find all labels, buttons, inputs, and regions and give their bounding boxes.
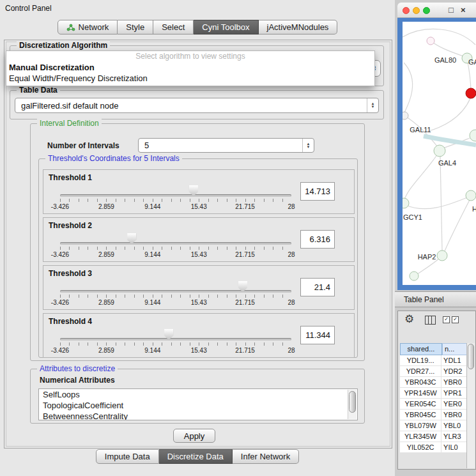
- threshold-2-slider[interactable]: -3.426 2.859 9.144 15.43 21.715 28: [60, 231, 291, 260]
- float-panel-icon[interactable]: □: [449, 5, 454, 15]
- table-data-select[interactable]: galFiltered.sif default node ▲▼: [15, 98, 379, 113]
- table-row[interactable]: YER054C YER0: [400, 399, 468, 410]
- node-gal4[interactable]: [434, 145, 445, 157]
- threshold-3-value-input[interactable]: [300, 278, 335, 296]
- threshold-2-panel: Threshold 2 -3.426 2.859 9.144 15.43 21.…: [43, 217, 355, 262]
- gear-icon[interactable]: ⚙: [404, 312, 414, 326]
- tab-network-label: Network: [79, 22, 109, 32]
- cell-name: YER0: [441, 399, 468, 409]
- threshold-1-slider[interactable]: -3.426 2.859 9.144 15.43 21.715 28: [60, 183, 291, 212]
- slider-scale-labels: -3.426 2.859 9.144 15.43 21.715 28: [60, 251, 291, 259]
- tab-impute-data[interactable]: Impute Data: [96, 449, 159, 464]
- algorithm-option-manual-discretization[interactable]: Manual Discretization: [6, 62, 374, 73]
- table-row[interactable]: YIL052C YIL0: [400, 442, 468, 453]
- columns-icon[interactable]: [425, 316, 436, 325]
- scrollbar-thumb[interactable]: [349, 391, 356, 413]
- close-panel-icon[interactable]: ×: [461, 5, 466, 15]
- numerical-attributes-list[interactable]: SelfLoops TopologicalCoefficient Between…: [38, 388, 358, 420]
- threshold-4-slider[interactable]: -3.426 2.859 9.144 15.43 21.715 28: [60, 326, 291, 356]
- combo-arrows-icon: ▲▼: [367, 98, 378, 112]
- threshold-1-label: Threshold 1: [49, 173, 92, 182]
- tab-style[interactable]: Style: [118, 20, 153, 35]
- attributes-list-scrollbar[interactable]: [348, 390, 357, 419]
- table-row[interactable]: YDR27... YDR2: [400, 366, 468, 377]
- table-row[interactable]: YDL19... YDL1: [400, 355, 468, 366]
- close-traffic-light-icon[interactable]: [403, 7, 410, 14]
- checkbox-icon[interactable]: ✓: [443, 316, 450, 323]
- selected-node[interactable]: [466, 88, 476, 98]
- column-header-name[interactable]: n...: [442, 343, 468, 355]
- number-of-intervals-select[interactable]: 5 ▲▼: [138, 138, 314, 153]
- tab-select-label: Select: [162, 22, 185, 32]
- scale-label: 15.43: [191, 251, 207, 258]
- cell-shared-name: YBR043C: [400, 377, 441, 387]
- scale-label: 2.859: [98, 299, 114, 306]
- network-view-window: □ ×: [397, 3, 476, 290]
- bottom-tab-bar: Impute Data Discretize Data Infer Networ…: [0, 449, 395, 464]
- tab-cyni-toolbox[interactable]: Cyni Toolbox: [194, 20, 258, 35]
- column-header-shared-name[interactable]: shared...: [400, 343, 442, 355]
- table-panel: ⚙ ✓ ✓ shared... n... YDL19... YDL1 YDR27…: [397, 311, 476, 470]
- tab-style-label: Style: [126, 22, 144, 32]
- scale-label: 9.144: [144, 203, 160, 210]
- scale-label: 21.715: [235, 203, 255, 210]
- attribute-item-topologicalcoefficient[interactable]: TopologicalCoefficient: [39, 400, 357, 411]
- tab-network[interactable]: Network: [58, 20, 118, 35]
- node-label-gal80: GAL80: [434, 56, 456, 64]
- table-row[interactable]: YPR145W YPR1: [400, 388, 468, 399]
- number-of-intervals-value: 5: [139, 141, 302, 150]
- scale-label: 2.859: [98, 203, 114, 210]
- tab-jactivemnodules[interactable]: jActiveMNodules: [259, 20, 338, 35]
- scale-label: 2.859: [98, 347, 114, 354]
- tab-discretize-data-label: Discretize Data: [167, 452, 224, 461]
- cell-shared-name: YIL052C: [400, 442, 441, 452]
- scale-label: 9.144: [144, 251, 160, 258]
- node-label-gal11: GAL11: [410, 126, 431, 134]
- discretization-algorithm-group-title: Discretization Algorithm: [17, 41, 110, 50]
- spinner-arrows-icon: ▲▼: [302, 139, 314, 152]
- table-row[interactable]: YLR345W YLR3: [400, 431, 468, 442]
- cell-name: YDR2: [441, 366, 468, 376]
- cell-name: YBR0: [441, 410, 468, 420]
- algorithm-dropdown-popup: Select algorithm to view settings Manual…: [6, 51, 374, 86]
- cell-shared-name: YLR345W: [400, 431, 441, 441]
- scale-label: 15.43: [191, 299, 207, 306]
- numerical-attributes-label: Numerical Attributes: [40, 376, 115, 385]
- algorithm-option-equal-width-frequency[interactable]: Equal Width/Frequency Discretization: [6, 73, 374, 84]
- node[interactable]: [470, 130, 476, 141]
- attribute-item-betweennesscentrality[interactable]: BetweennessCentrality: [39, 411, 357, 420]
- node[interactable]: [403, 112, 408, 119]
- network-window-titlebar: □ ×: [397, 3, 476, 18]
- thick-edge: [424, 136, 476, 145]
- threshold-3-slider[interactable]: -3.426 2.859 9.144 15.43 21.715 28: [60, 279, 291, 308]
- minimize-traffic-light-icon[interactable]: [413, 7, 420, 14]
- control-panel-title: Control Panel: [5, 4, 52, 13]
- cell-name: YBL0: [441, 420, 468, 431]
- cell-shared-name: YER054C: [400, 399, 441, 409]
- apply-button[interactable]: Apply: [173, 429, 215, 443]
- node[interactable]: [466, 190, 476, 201]
- table-scrollbar[interactable]: [466, 343, 475, 468]
- node[interactable]: [427, 37, 434, 45]
- tab-select[interactable]: Select: [153, 20, 194, 35]
- node[interactable]: [410, 272, 418, 280]
- threshold-4-value-input[interactable]: [300, 326, 335, 344]
- node-label-gal4: GAL4: [438, 159, 456, 167]
- scale-label: 15.43: [191, 203, 207, 210]
- tab-infer-network[interactable]: Infer Network: [233, 449, 299, 464]
- node-hap2[interactable]: [437, 250, 447, 261]
- checkbox-icon[interactable]: ✓: [452, 316, 459, 323]
- threshold-2-value-input[interactable]: [300, 230, 335, 249]
- tab-discretize-data[interactable]: Discretize Data: [159, 449, 233, 464]
- slider-track: [60, 290, 291, 293]
- table-row[interactable]: YBR045C YBR0: [400, 410, 468, 420]
- table-row[interactable]: YBR043C YBR0: [400, 377, 468, 388]
- zoom-traffic-light-icon[interactable]: [423, 7, 430, 14]
- table-row[interactable]: YBL079W YBL0: [400, 420, 468, 431]
- attribute-item-selfloops[interactable]: SelfLoops: [39, 389, 357, 400]
- scrollbar-thumb[interactable]: [468, 344, 474, 369]
- threshold-1-value-input[interactable]: [300, 182, 335, 201]
- node-gcy1[interactable]: [403, 198, 409, 208]
- network-canvas[interactable]: GAL80 GA GAL11 GAL4 GCY1 H HAP2: [403, 22, 476, 285]
- cell-name: YIL0: [441, 442, 468, 452]
